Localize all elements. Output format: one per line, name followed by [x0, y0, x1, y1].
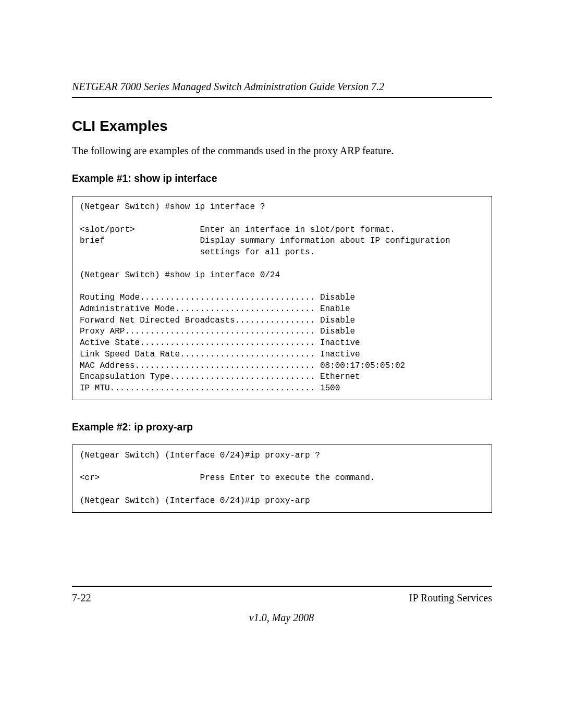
- intro-text: The following are examples of the comman…: [72, 145, 492, 157]
- page-content: NETGEAR 7000 Series Managed Switch Admin…: [0, 0, 563, 513]
- footer-version: v1.0, May 2008: [0, 612, 563, 624]
- page-footer: 7-22 IP Routing Services: [72, 586, 492, 604]
- page-header: NETGEAR 7000 Series Managed Switch Admin…: [72, 81, 492, 98]
- code-block-example-1: (Netgear Switch) #show ip interface ? <s…: [72, 196, 492, 400]
- code-block-example-2: (Netgear Switch) (Interface 0/24)#ip pro…: [72, 445, 492, 513]
- heading-example-1: Example #1: show ip interface: [72, 172, 492, 184]
- heading-cli-examples: CLI Examples: [72, 118, 492, 134]
- footer-section-title: IP Routing Services: [409, 592, 492, 604]
- footer-page-number: 7-22: [72, 592, 91, 604]
- heading-example-2: Example #2: ip proxy-arp: [72, 421, 492, 433]
